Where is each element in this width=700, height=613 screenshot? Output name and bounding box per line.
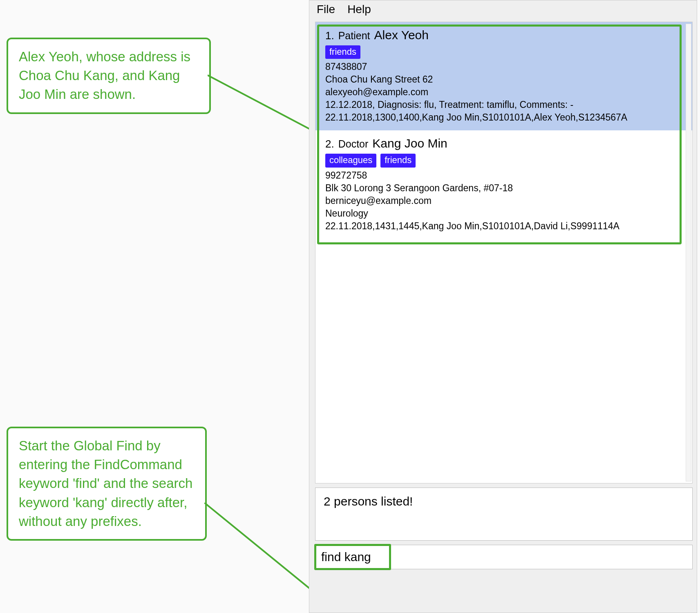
person-name: Kang Joo Min — [372, 135, 447, 152]
person-role: Doctor — [338, 137, 369, 151]
person-email: berniceyu@example.com — [325, 195, 683, 207]
person-extra-2: 22.11.2018,1300,1400,Kang Joo Min,S10101… — [325, 111, 683, 124]
connector-line-command — [204, 503, 319, 597]
svg-line-1 — [204, 503, 315, 593]
annotation-callout-results: Alex Yeoh, whose address is Choa Chu Kan… — [7, 38, 211, 114]
command-input-wrapper — [315, 545, 693, 569]
person-name: Alex Yeoh — [374, 27, 429, 44]
connector-line-results — [208, 69, 318, 135]
person-address: Choa Chu Kang Street 62 — [325, 73, 683, 86]
annotation-callout-results-text: Alex Yeoh, whose address is Choa Chu Kan… — [19, 49, 190, 102]
menu-help[interactable]: Help — [347, 3, 371, 16]
tag: friends — [325, 45, 360, 59]
tag: colleagues — [325, 154, 376, 168]
tag-row: colleagues friends — [325, 154, 683, 168]
status-panel: 2 persons listed! — [315, 488, 693, 541]
annotation-callout-command: Start the Global Find by entering the Fi… — [7, 427, 207, 541]
person-phone: 99272758 — [325, 169, 683, 182]
person-extra-1: 12.12.2018, Diagnosis: flu, Treatment: t… — [325, 98, 683, 111]
status-text: 2 persons listed! — [324, 494, 413, 508]
annotation-callout-command-text: Start the Global Find by entering the Fi… — [19, 438, 192, 529]
person-index: 1. — [325, 29, 334, 43]
person-phone: 87438807 — [325, 60, 683, 73]
person-extra-1: Neurology — [325, 207, 683, 220]
person-address: Blk 30 Lorong 3 Serangoon Gardens, #07-1… — [325, 182, 683, 195]
tag: friends — [380, 154, 416, 168]
person-card[interactable]: 1. Patient Alex Yeoh friends 87438807 Ch… — [315, 22, 692, 130]
scrollbar[interactable] — [686, 24, 691, 481]
person-index: 2. — [325, 137, 334, 151]
person-header: 2. Doctor Kang Joo Min — [325, 135, 683, 152]
person-role: Patient — [338, 29, 370, 43]
person-card[interactable]: 2. Doctor Kang Joo Min colleagues friend… — [315, 130, 692, 239]
menubar: File Help — [309, 0, 697, 18]
person-header: 1. Patient Alex Yeoh — [325, 27, 683, 44]
svg-line-0 — [208, 75, 313, 131]
person-email: alexyeoh@example.com — [325, 86, 683, 98]
person-list-panel: 1. Patient Alex Yeoh friends 87438807 Ch… — [315, 22, 693, 483]
menu-file[interactable]: File — [317, 3, 335, 16]
app-window: File Help 1. Patient Alex Yeoh friends 8… — [309, 0, 697, 613]
person-extra-2: 22.11.2018,1431,1445,Kang Joo Min,S10101… — [325, 220, 683, 233]
command-input[interactable] — [315, 545, 693, 569]
tag-row: friends — [325, 45, 683, 59]
